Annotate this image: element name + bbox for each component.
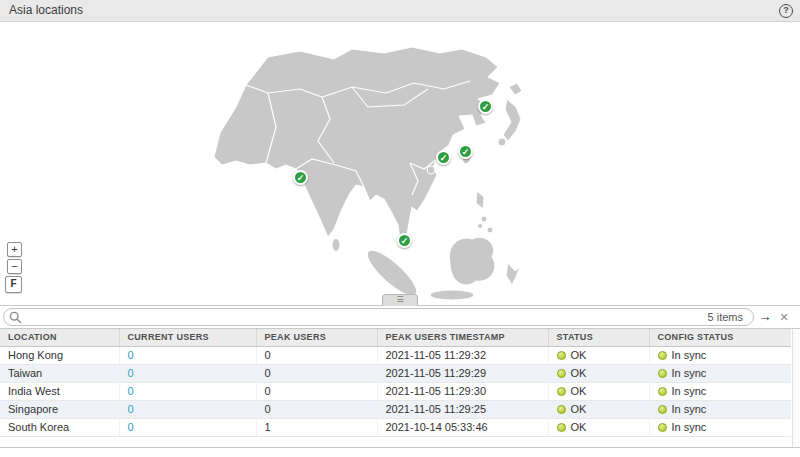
peak-timestamp-cell: 2021-10-14 05:33:46 [377,418,548,436]
peak-users-cell: 1 [256,418,377,436]
close-icon[interactable]: ✕ [777,308,791,326]
fit-map-button[interactable]: F [5,276,22,293]
status-text: OK [571,349,587,361]
splitter-handle[interactable]: ☰ [382,294,418,306]
peak-timestamp-cell: 2021-11-05 11:29:30 [377,382,548,400]
config-status-icon [658,369,667,378]
status-ok-icon [557,387,566,396]
column-header-config-status[interactable]: CONFIG STATUS [649,329,791,346]
table-row[interactable]: Singapore 0 0 2021-11-05 11:29:25 OK In … [0,400,791,418]
config-status-icon [658,387,667,396]
peak-timestamp-cell: 2021-11-05 11:29:29 [377,364,548,382]
location-cell: South Korea [0,418,119,436]
table-row[interactable]: Taiwan 0 0 2021-11-05 11:29:29 OK In syn… [0,364,791,382]
map-marker-hong-kong[interactable]: ✓ [436,150,451,165]
column-header-peak-timestamp[interactable]: PEAK USERS TIMESTAMP [377,329,548,346]
status-ok-icon [557,369,566,378]
grid-filter-bar: 5 items → ✕ [0,306,800,329]
status-ok-icon [557,423,566,432]
config-status-text: In sync [672,367,707,379]
config-status-text: In sync [672,403,707,415]
map-marker-south-korea[interactable]: ✓ [478,99,493,114]
config-status-text: In sync [672,349,707,361]
current-users-link[interactable]: 0 [128,367,134,379]
status-ok-icon [557,351,566,360]
map-marker-taiwan[interactable]: ✓ [458,144,473,159]
location-cell: Singapore [0,400,119,418]
config-status-icon [658,405,667,414]
column-header-peak-users[interactable]: PEAK USERS [256,329,377,346]
search-icon[interactable] [9,311,22,324]
help-icon[interactable]: ? [779,4,793,18]
panel-titlebar: Asia locations [0,0,800,22]
map-marker-singapore[interactable]: ✓ [397,233,412,248]
current-users-link[interactable]: 0 [128,421,134,433]
asia-map-svg [0,23,800,305]
current-users-link[interactable]: 0 [128,349,134,361]
status-text: OK [571,421,587,433]
location-cell: India West [0,382,119,400]
location-cell: Hong Kong [0,346,119,364]
zoom-in-button[interactable]: + [7,242,22,257]
map-marker-india-west[interactable]: ✓ [293,170,308,185]
peak-users-cell: 0 [256,346,377,364]
column-header-location[interactable]: LOCATION [0,329,119,346]
items-count: 5 items [708,309,743,326]
vertical-scrollbar[interactable] [792,329,800,447]
peak-timestamp-cell: 2021-11-05 11:29:25 [377,400,548,418]
config-status-icon [658,423,667,432]
location-cell: Taiwan [0,364,119,382]
status-text: OK [571,385,587,397]
peak-users-cell: 0 [256,400,377,418]
config-status-text: In sync [672,421,707,433]
peak-users-cell: 0 [256,364,377,382]
config-status-text: In sync [672,385,707,397]
status-text: OK [571,367,587,379]
status-text: OK [571,403,587,415]
locations-grid-panel: 5 items → ✕ LOCATION CURRENT USERS PEAK … [0,305,800,448]
peak-users-cell: 0 [256,382,377,400]
export-arrow-icon[interactable]: → [757,308,773,326]
table-row[interactable]: South Korea 0 1 2021-10-14 05:33:46 OK I… [0,418,791,436]
table-row[interactable]: India West 0 0 2021-11-05 11:29:30 OK In… [0,382,791,400]
column-header-status[interactable]: STATUS [548,329,649,346]
current-users-link[interactable]: 0 [128,385,134,397]
column-header-current-users[interactable]: CURRENT USERS [119,329,256,346]
peak-timestamp-cell: 2021-11-05 11:29:32 [377,346,548,364]
asia-map: ✓ ✓ ✓ ✓ ✓ + − F [0,23,800,305]
table-header-row: LOCATION CURRENT USERS PEAK USERS PEAK U… [0,329,791,346]
table-row[interactable]: Hong Kong 0 0 2021-11-05 11:29:32 OK In … [0,346,791,364]
search-input[interactable]: 5 items [3,308,754,326]
zoom-out-button[interactable]: − [7,259,22,274]
config-status-icon [658,351,667,360]
page-title: Asia locations [0,0,800,21]
current-users-link[interactable]: 0 [128,403,134,415]
status-ok-icon [557,405,566,414]
locations-table: LOCATION CURRENT USERS PEAK USERS PEAK U… [0,329,791,437]
